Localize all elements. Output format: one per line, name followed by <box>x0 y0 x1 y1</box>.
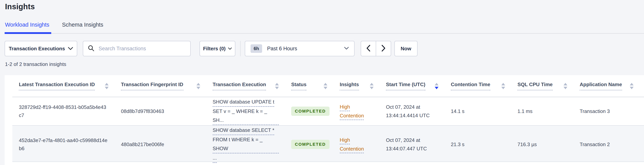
column-header-start-time: Start Time (UTC) <box>380 75 444 97</box>
transaction-execution-cell: SHOW database SELECT * FROM t WHERE k = … <box>206 126 285 163</box>
status-cell: COMPLETED <box>285 97 333 125</box>
sql-cpu-time-cell: 1.1 ms <box>511 97 573 125</box>
insights-table-card: Latest Transaction Execution ID Transact… <box>4 75 644 165</box>
time-range-nav <box>361 41 391 56</box>
chevron-right-icon <box>382 45 385 52</box>
tab-bar-divider <box>4 33 644 34</box>
status-badge: COMPLETED <box>291 140 330 149</box>
active-tab-indicator <box>4 32 51 34</box>
page-title: Insights <box>5 2 35 11</box>
status-badge: COMPLETED <box>291 107 330 116</box>
column-header-sql-cpu-time: SQL CPU Time <box>511 75 573 97</box>
tab-schema-insights[interactable]: Schema Insights <box>62 22 103 28</box>
sort-control[interactable] <box>324 83 328 89</box>
sort-control[interactable] <box>501 83 505 89</box>
table-row: 328729d2-ff19-4408-8531-b05a5b4e43c7 08d… <box>12 97 644 126</box>
results-count: 1-2 of 2 transaction insights <box>5 61 66 67</box>
sort-control[interactable] <box>564 83 567 89</box>
table-row: 452da3e7-e7fa-4801-aa40-c59988d14eb6 480… <box>12 126 644 162</box>
insights-table: Latest Transaction Execution ID Transact… <box>12 75 644 162</box>
column-header-execution-id: Latest Transaction Execution ID <box>12 75 114 97</box>
toolbar-divider <box>240 41 240 56</box>
sort-control[interactable] <box>630 83 634 89</box>
now-button-label: Now <box>401 46 411 52</box>
time-range-badge: 6h <box>250 44 262 53</box>
transaction-statement-link[interactable]: SET v = _ WHERE k = _ SH... <box>212 107 279 125</box>
transaction-statement-link[interactable]: ... <box>212 153 217 163</box>
transaction-type-dropdown-label: Transaction Executions <box>9 46 65 52</box>
now-button[interactable]: Now <box>394 41 418 56</box>
chevron-left-icon <box>366 45 370 52</box>
execution-id-cell: 328729d2-ff19-4408-8531-b05a5b4e43c7 <box>12 97 114 125</box>
transaction-execution-cell: SHOW database UPDATE t SET v = _ WHERE k… <box>206 97 285 125</box>
search-box <box>83 41 191 56</box>
application-name-cell: Transaction 2 <box>573 126 640 163</box>
column-header-contention-time: Contention Time <box>444 75 511 97</box>
table-header-row: Latest Transaction Execution ID Transact… <box>12 75 644 97</box>
sort-control-active-desc[interactable] <box>435 83 438 89</box>
sort-control[interactable] <box>196 83 200 89</box>
contention-time-cell: 14.1 s <box>444 97 511 125</box>
high-contention-link[interactable]: High Contention <box>340 135 370 153</box>
column-header-insights: Insights <box>333 75 380 97</box>
tab-workload-insights[interactable]: Workload Insights <box>5 22 49 28</box>
column-header-application-name: Application Name <box>573 75 640 97</box>
column-header-status: Status <box>285 75 333 97</box>
high-contention-link[interactable]: High Contention <box>340 102 370 120</box>
transaction-statement-link[interactable]: FROM t WHERE k = _ SHOW <box>212 135 279 153</box>
search-input[interactable] <box>98 46 186 52</box>
insights-cell: High Contention <box>333 126 380 163</box>
chevron-down-icon <box>228 47 232 50</box>
status-cell: COMPLETED <box>285 126 333 163</box>
column-header-fingerprint-id: Transaction Fingerprint ID <box>114 75 206 97</box>
transaction-statement-link[interactable]: SHOW database UPDATE t <box>212 97 274 107</box>
filters-dropdown-label: Filters (0) <box>203 46 226 52</box>
column-header-transaction-execution: Transaction Execution <box>206 75 285 97</box>
tab-bar: Workload Insights Schema Insights <box>5 22 103 28</box>
sort-control[interactable] <box>275 83 279 89</box>
time-range-picker[interactable]: 6h Past 6 Hours <box>245 41 354 56</box>
application-name-cell: Transaction 3 <box>573 97 640 125</box>
chevron-down-icon <box>344 47 349 51</box>
next-time-range-button[interactable] <box>376 41 391 56</box>
transaction-statement-link[interactable]: SHOW database SELECT * <box>212 126 274 135</box>
sql-cpu-time-cell: 716.3 µs <box>511 126 573 163</box>
transaction-type-dropdown[interactable]: Transaction Executions <box>4 41 77 56</box>
contention-time-cell: 21.3 s <box>444 126 511 163</box>
previous-time-range-button[interactable] <box>361 41 376 56</box>
insights-page: Insights Workload Insights Schema Insigh… <box>0 0 644 165</box>
chevron-down-icon <box>68 47 73 50</box>
execution-id-cell: 452da3e7-e7fa-4801-aa40-c59988d14eb6 <box>12 126 114 163</box>
search-icon <box>88 45 94 52</box>
sort-control[interactable] <box>370 83 374 89</box>
fingerprint-id-cell: 08d8b7d97f830463 <box>114 97 206 125</box>
sort-control[interactable] <box>105 83 108 89</box>
fingerprint-id-cell: 480a8b217be006fe <box>114 126 206 163</box>
time-range-label: Past 6 Hours <box>267 46 344 52</box>
start-time-cell: Oct 07, 2024 at 13:44:14.4414 UTC <box>380 97 444 125</box>
filters-dropdown[interactable]: Filters (0) <box>200 41 235 56</box>
insights-cell: High Contention <box>333 97 380 125</box>
start-time-cell: Oct 07, 2024 at 13:44:07.447 UTC <box>380 126 444 163</box>
